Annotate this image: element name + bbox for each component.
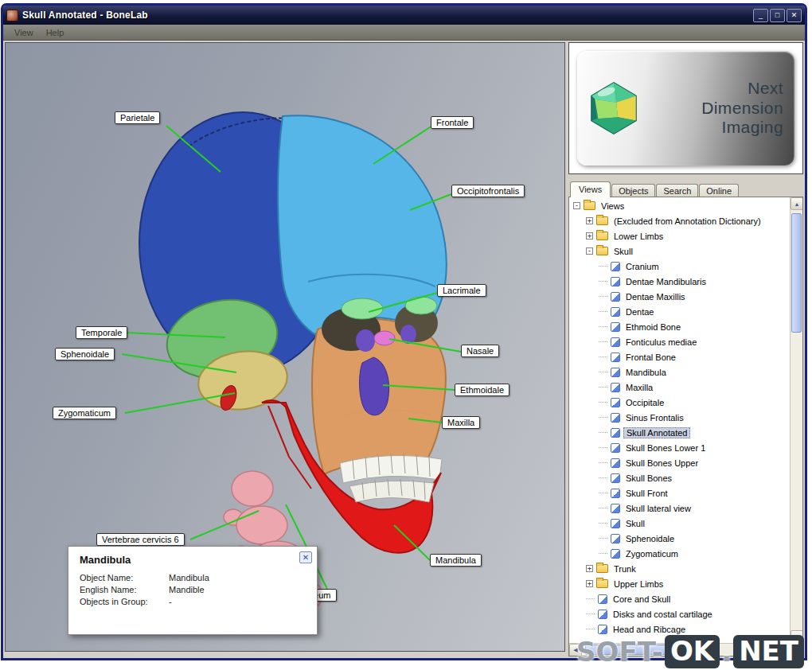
folder-icon	[596, 216, 608, 225]
tree-row[interactable]: +Trunk	[570, 561, 789, 576]
annotation-label[interactable]: Lacrimale	[437, 284, 486, 297]
tree-row[interactable]: Skull	[570, 516, 789, 531]
view-item-icon	[611, 277, 620, 286]
expand-toggle-icon[interactable]: +	[586, 565, 593, 572]
next-dimension-logo: Next Dimension Imaging	[577, 51, 794, 166]
nasal-bone-shape[interactable]	[374, 331, 395, 345]
lower-teeth-shape[interactable]	[349, 479, 434, 502]
annotation-label[interactable]: Parietale	[115, 111, 160, 124]
logo-line-2: Dimension	[701, 99, 783, 119]
tree-item-label: Cranium	[623, 262, 662, 271]
tree-row[interactable]: Frontal Bone	[570, 349, 789, 364]
watermark-dot: .	[721, 636, 732, 668]
view-item-icon	[611, 519, 620, 528]
popup-close-icon[interactable]: ✕	[299, 551, 312, 563]
expand-toggle-icon[interactable]: +	[586, 580, 593, 587]
expand-toggle-icon[interactable]: +	[586, 217, 593, 224]
tree-row[interactable]: -Views	[570, 198, 789, 213]
tree-item-label: Ethmoid Bone	[623, 322, 683, 332]
tree-row[interactable]: Mandibula	[570, 364, 789, 380]
tree-item-label: Trunk	[611, 564, 638, 574]
view-item-icon	[598, 625, 607, 634]
watermark-ok-box: OK	[665, 635, 720, 668]
viewport[interactable]: ParietaleFrontaleOccipitofrontalisLacrim…	[5, 42, 565, 652]
tree-connector	[599, 508, 607, 508]
annotation-label[interactable]: Mandibula	[430, 554, 482, 567]
menu-item-view[interactable]: View	[8, 26, 40, 39]
tree-row[interactable]: Fonticulus mediae	[570, 334, 789, 349]
view-item-icon	[611, 413, 620, 423]
view-item-icon	[611, 473, 620, 483]
tree-item-label: Dentae Mandibularis	[623, 277, 709, 286]
tree-row[interactable]: Occipitale	[570, 395, 789, 410]
annotation-label[interactable]: Zygomaticum	[53, 407, 116, 419]
scroll-up-icon[interactable]: ▲	[791, 197, 803, 210]
annotation-label[interactable]: Occipitofrontalis	[451, 185, 525, 197]
tree-row[interactable]: Skull Bones Upper	[570, 455, 789, 470]
tree-item-label: Upper Limbs	[611, 579, 666, 589]
tree-row[interactable]: Maxilla	[570, 380, 789, 395]
vertical-scroll-thumb[interactable]	[791, 213, 802, 333]
annotation-label[interactable]: Maxilla	[442, 416, 480, 429]
annotation-label[interactable]: Nasale	[461, 345, 499, 357]
logo-box: Next Dimension Imaging	[568, 42, 803, 174]
tree-connector	[599, 462, 607, 463]
popup-field-row: Objects in Group:-	[80, 597, 317, 606]
annotation-label[interactable]: Vertebrae cervicis 6	[96, 533, 185, 546]
tree-row[interactable]: Cranium	[570, 259, 789, 274]
annotation-label[interactable]: Temporale	[76, 326, 127, 339]
annotation-label[interactable]: Sphenoidale	[55, 348, 115, 360]
tree-connector	[599, 477, 607, 478]
tree-connector	[599, 402, 607, 403]
tree-row[interactable]: Skull Bones Lower 1	[570, 440, 789, 455]
view-item-icon	[611, 549, 620, 559]
view-item-icon	[611, 504, 620, 513]
tree-item-label: Fonticulus mediae	[623, 337, 699, 347]
minimize-button[interactable]: _	[753, 9, 768, 22]
close-button[interactable]: ✕	[787, 9, 802, 22]
field-label: Objects in Group:	[80, 597, 169, 606]
tree-row[interactable]: Dentae Maxillis	[570, 289, 789, 304]
title-bar[interactable]: Skull Annotated - BoneLab _ □ ✕	[3, 6, 805, 25]
maximize-button[interactable]: □	[770, 9, 785, 22]
tree-item-label: Skull	[611, 247, 635, 256]
tree-row[interactable]: Zygomaticum	[570, 546, 789, 561]
tree-row[interactable]: Sphenoidale	[570, 531, 789, 546]
tree-row[interactable]: Core and Skull	[570, 591, 789, 606]
vertical-scrollbar[interactable]: ▲ ▼	[790, 197, 802, 643]
tree-row[interactable]: Skull lateral view	[570, 501, 789, 516]
tree-row[interactable]: Dentae Mandibularis	[570, 274, 789, 289]
view-item-icon	[611, 489, 620, 498]
gem-icon	[585, 80, 642, 137]
tab-views[interactable]: Views	[570, 181, 611, 197]
tree-row[interactable]: Skull Front	[570, 485, 789, 501]
tree-row[interactable]: +Upper Limbs	[570, 576, 789, 591]
annotation-label[interactable]: Frontale	[431, 116, 474, 129]
menu-item-help[interactable]: Help	[40, 26, 71, 39]
tree-item-label: Skull Bones Upper	[623, 458, 701, 468]
tree-row[interactable]: Skull Annotated	[570, 425, 789, 440]
tree-row[interactable]: Disks and costal cartilage	[570, 606, 789, 621]
popup-field-row: English Name:Mandible	[80, 585, 317, 594]
annotation-label[interactable]: Ethmoidale	[455, 384, 509, 396]
expand-toggle-icon[interactable]: +	[586, 232, 593, 240]
tree-item-label: (Excluded from Annotation Dictionary)	[611, 216, 763, 226]
tree-item-label: Skull Annotated	[623, 427, 690, 438]
view-item-icon	[611, 443, 620, 453]
tree-row[interactable]: Dentae	[570, 304, 789, 319]
tree-item-label: Dentae Maxillis	[623, 292, 688, 302]
soft-ok-watermark: SOFT- OK . NET	[576, 635, 806, 668]
expand-toggle-icon[interactable]: -	[586, 247, 593, 255]
tree-connector	[599, 341, 607, 342]
side-panel: Next Dimension Imaging ViewsObjectsSearc…	[568, 42, 803, 656]
tree-row[interactable]: Sinus Frontalis	[570, 410, 789, 425]
tree-connector	[599, 538, 607, 539]
expand-toggle-icon[interactable]: -	[573, 202, 580, 209]
tree-row[interactable]: Skull Bones	[570, 470, 789, 485]
tree-row[interactable]: -Skull	[570, 243, 789, 259]
app-icon	[6, 10, 18, 21]
tree-row[interactable]: Ethmoid Bone	[570, 319, 789, 334]
tree-row[interactable]: +(Excluded from Annotation Dictionary)	[570, 213, 789, 228]
tree-row[interactable]: +Lower Limbs	[570, 228, 789, 243]
tree-connector	[599, 387, 607, 388]
